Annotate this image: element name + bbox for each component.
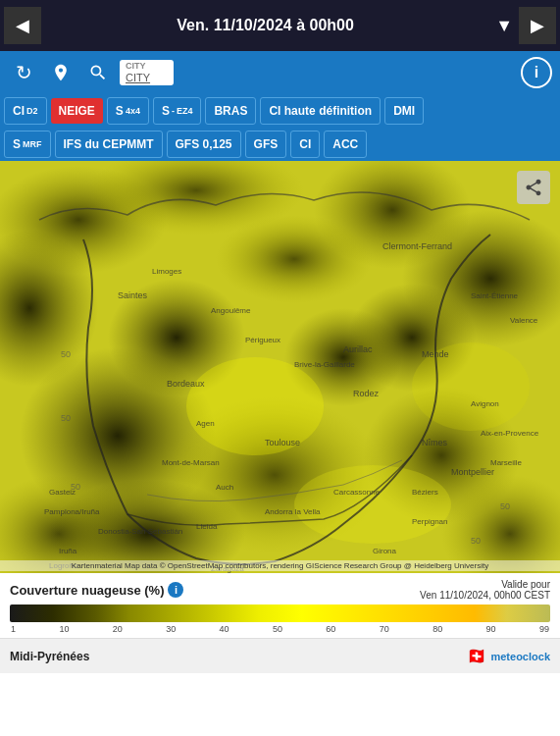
svg-text:Auch: Auch	[216, 483, 233, 492]
map-container[interactable]: Bordeaux Toulouse Rodez Mende Nîmes Mont…	[0, 161, 560, 573]
svg-point-16	[186, 357, 324, 455]
svg-text:Clermont-Ferrand: Clermont-Ferrand	[382, 241, 452, 251]
filter-gfs-0125[interactable]: GFS 0,125	[167, 131, 241, 158]
svg-text:Avignon: Avignon	[471, 399, 499, 408]
share-button[interactable]	[517, 171, 550, 204]
svg-text:Agen: Agen	[196, 419, 215, 428]
svg-text:Mont-de-Marsan: Mont-de-Marsan	[162, 458, 220, 467]
svg-text:Saintes: Saintes	[118, 290, 148, 300]
legend-gradient-bar	[10, 605, 550, 622]
header: ◀ Ven. 11/10/2024 à 00h00 ▼ ▶	[0, 0, 560, 51]
chevron-button[interactable]: ▼	[489, 16, 519, 36]
svg-text:Carcassonne: Carcassonne	[333, 488, 381, 497]
city-label-bottom: CITY	[126, 72, 168, 83]
svg-text:50: 50	[500, 501, 510, 511]
svg-text:Bordeaux: Bordeaux	[167, 379, 205, 389]
svg-text:Terrassa: Terrassa	[412, 571, 442, 573]
svg-text:Aix-en-Provence: Aix-en-Provence	[481, 429, 539, 438]
filter-ci[interactable]: CI	[290, 131, 320, 158]
svg-text:Saint-Étienne: Saint-Étienne	[471, 291, 519, 300]
bottom-bar: Midi-Pyrénées 🇨🇭 meteoclock	[0, 638, 560, 673]
brand-logo: meteoclock	[490, 651, 550, 662]
toolbar: ↻ CITY CITY i	[0, 51, 560, 94]
filter-bras[interactable]: BRAS	[205, 97, 256, 125]
svg-text:Béziers: Béziers	[412, 488, 438, 497]
svg-text:Girona: Girona	[373, 547, 397, 555]
city-selector[interactable]: CITY CITY	[120, 60, 174, 85]
legend-header: Couverture nuageuse (%) i Valide pour Ve…	[10, 579, 550, 601]
filter-ifs-cepmmt[interactable]: IFS du CEPMMT	[55, 131, 163, 158]
location-icon	[51, 63, 71, 82]
filter-ci-d2[interactable]: CI D2	[4, 97, 47, 125]
map-canvas: Bordeaux Toulouse Rodez Mende Nîmes Mont…	[0, 161, 560, 573]
svg-text:50: 50	[61, 349, 71, 359]
filter-s-ez4[interactable]: S- EZ4	[153, 97, 202, 125]
svg-text:Périgueux: Périgueux	[245, 336, 280, 344]
search-icon	[88, 63, 108, 82]
svg-text:Rodez: Rodez	[353, 389, 380, 398]
svg-point-13	[216, 215, 373, 303]
svg-text:Montpellier: Montpellier	[451, 467, 494, 477]
filter-s-mrf[interactable]: S MRF	[4, 131, 51, 158]
legend-valid: Valide pour Ven 11/10/2024, 00h00 CEST	[420, 579, 550, 601]
svg-text:Brive-la-Gaillarde: Brive-la-Gaillarde	[294, 360, 355, 369]
refresh-button[interactable]: ↻	[8, 57, 39, 88]
legend-title: Couverture nuageuse (%)	[10, 583, 164, 598]
filter-ci-hd[interactable]: CI haute définition	[260, 97, 381, 125]
filter-gfs[interactable]: GFS	[245, 131, 287, 158]
location-button[interactable]	[45, 57, 76, 88]
svg-text:50: 50	[471, 536, 481, 546]
filter-row-2: S MRF IFS du CEPMMT GFS 0,125 GFS CI ACC	[0, 128, 560, 161]
filter-acc[interactable]: ACC	[324, 131, 367, 158]
svg-text:Valence: Valence	[510, 316, 538, 325]
svg-text:Angoulême: Angoulême	[211, 306, 251, 315]
svg-text:Nîmes: Nîmes	[422, 438, 448, 447]
info-button[interactable]: i	[521, 57, 552, 88]
legend-info-icon[interactable]: i	[168, 582, 183, 598]
svg-text:Donostia-San Sebastián: Donostia-San Sebastián	[98, 527, 182, 536]
svg-text:Iruña: Iruña	[59, 547, 77, 555]
svg-text:Mende: Mende	[422, 349, 449, 359]
bottom-location: Midi-Pyrénées	[10, 650, 89, 663]
svg-text:Limoges: Limoges	[152, 267, 181, 276]
flag-icon: 🇨🇭	[467, 647, 486, 665]
legend-ticks: 1 10 20 30 40 50 60 70 80 90 99	[10, 624, 550, 634]
svg-text:Lleida: Lleida	[196, 522, 218, 531]
svg-text:Pamplona/Iruña: Pamplona/Iruña	[44, 507, 100, 516]
map-attribution: Kartenmaterial Map data © OpenStreetMap …	[0, 560, 560, 571]
next-button[interactable]: ▶	[519, 7, 556, 44]
bottom-right: 🇨🇭 meteoclock	[467, 647, 550, 665]
svg-point-17	[294, 465, 451, 544]
search-button[interactable]	[82, 57, 114, 88]
header-title: Ven. 11/10/2024 à 00h00	[41, 17, 489, 34]
filter-neige[interactable]: NEIGE	[51, 98, 103, 124]
svg-text:50: 50	[71, 482, 80, 492]
svg-text:Toulouse: Toulouse	[265, 438, 300, 447]
prev-button[interactable]: ◀	[4, 7, 41, 44]
filter-row-1: CI D2 NEIGE S 4x4 S- EZ4 BRAS CI haute d…	[0, 94, 560, 128]
svg-text:Andorra la Vella: Andorra la Vella	[265, 507, 321, 516]
share-icon	[524, 178, 543, 197]
filter-dmi[interactable]: DMI	[384, 97, 424, 125]
city-label-top: CITY	[126, 62, 168, 72]
svg-text:50: 50	[61, 413, 71, 423]
filter-s-4x4[interactable]: S 4x4	[107, 97, 149, 125]
svg-text:Marseille: Marseille	[490, 458, 523, 467]
svg-text:Perpignan: Perpignan	[412, 517, 447, 526]
legend-section: Couverture nuageuse (%) i Valide pour Ve…	[0, 573, 560, 638]
svg-text:Aurillac: Aurillac	[343, 344, 373, 354]
